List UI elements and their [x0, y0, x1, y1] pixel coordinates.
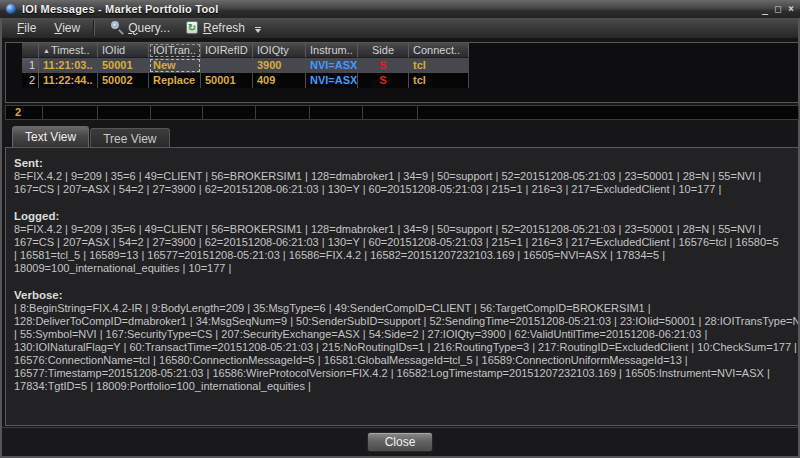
table-header-row: ▲Timest.. IOIid IOITran.. IOIRefID IOIQt…: [22, 43, 469, 58]
ioi-table: ▲Timest.. IOIid IOITran.. IOIRefID IOIQt…: [5, 42, 799, 103]
refresh-button[interactable]: ↻ Refresh: [178, 19, 253, 38]
fix-message-line: | 16581=tcl_5 | 16589=13 | 16577=2015120…: [14, 249, 790, 262]
menu-bar: File View Query... ↻ Refresh: [2, 18, 798, 39]
menu-file[interactable]: File: [8, 19, 45, 38]
column-header-timestamp[interactable]: ▲Timest..: [39, 43, 98, 58]
refresh-icon: ↻: [186, 21, 198, 34]
cell-ioirefid[interactable]: 50001: [201, 73, 253, 88]
column-header-ioirefid[interactable]: IOIRefID: [201, 43, 253, 58]
fix-message-line: | 8:BeginString=FIX.4.2-IR | 9:BodyLengt…: [14, 302, 790, 315]
close-icon[interactable]: ×: [788, 3, 794, 15]
title-bar: IOI Messages - Market Portfolio Tool _ □…: [0, 0, 800, 18]
logged-heading: Logged:: [14, 210, 790, 223]
footer-bar: Close: [2, 427, 798, 456]
cell-ioirefid[interactable]: [201, 58, 253, 73]
record-count: 2: [6, 106, 43, 119]
cell-timestamp[interactable]: 11:21:03..: [39, 58, 98, 73]
column-header-ioiid[interactable]: IOIid: [98, 43, 149, 58]
window-title: IOI Messages - Market Portfolio Tool: [22, 3, 218, 15]
cell-ioiid[interactable]: 50002: [98, 73, 149, 88]
cell-ioiid[interactable]: 50001: [98, 58, 149, 73]
verbose-heading: Verbose:: [14, 289, 790, 302]
tab-tree-view[interactable]: Tree View: [90, 128, 169, 147]
record-count-row: 2: [5, 105, 799, 120]
row-number: 1: [22, 58, 39, 73]
column-header-instrument[interactable]: Instrum..: [306, 43, 358, 58]
cell-ioiqty[interactable]: 409: [253, 73, 306, 88]
query-button-label: Query...: [128, 21, 170, 35]
search-icon: [110, 21, 123, 34]
query-button[interactable]: Query...: [102, 19, 178, 38]
fix-message-line: | 55:Symbol=NVI | 167:SecurityType=CS | …: [14, 328, 790, 341]
row-number-header: [22, 43, 39, 58]
fix-message-line: 8=FIX.4.2 | 9=209 | 35=6 | 49=CLIENT | 5…: [14, 170, 790, 183]
column-header-ioiqty[interactable]: IOIQty: [253, 43, 306, 58]
table-row[interactable]: 2 11:22:44.. 50002 Replace 50001 409 NVI…: [22, 73, 469, 88]
cell-instrument[interactable]: NVI=ASX: [306, 73, 358, 88]
app-icon: [6, 4, 16, 14]
cell-ioitranstype[interactable]: New: [149, 58, 201, 73]
fix-message-line: 167=CS | 207=ASX | 54=2 | 27=3900 | 62=2…: [14, 236, 790, 249]
text-view-panel: Sent: 8=FIX.4.2 | 9=209 | 35=6 | 49=CLIE…: [5, 147, 799, 426]
sort-ascending-icon: ▲: [43, 47, 50, 54]
column-header-side[interactable]: Side: [358, 43, 409, 58]
fix-message-line: 17834:TgtID=5 | 18009:Portfolio=100_inte…: [14, 380, 790, 393]
cell-side[interactable]: S: [358, 73, 409, 88]
cell-timestamp[interactable]: 11:22:44..: [39, 73, 98, 88]
row-number: 2: [22, 73, 39, 88]
logged-section: Logged: 8=FIX.4.2 | 9=209 | 35=6 | 49=CL…: [14, 210, 790, 275]
view-tabs: Text View Tree View: [12, 126, 171, 147]
fix-message-line: 16576:ConnectionName=tcl | 16580:Connect…: [14, 354, 790, 367]
fix-message-line: 128:DeliverToCompID=dmabroker1 | 34:MsgS…: [14, 315, 790, 328]
refresh-button-label: Refresh: [203, 21, 245, 35]
cell-side[interactable]: S: [358, 58, 409, 73]
cell-connection[interactable]: tcl: [409, 58, 469, 73]
toolbar-separator: [93, 20, 95, 36]
column-header-connection[interactable]: Connect..: [409, 43, 469, 58]
app-window: IOI Messages - Market Portfolio Tool _ □…: [0, 0, 800, 458]
cell-connection[interactable]: tcl: [409, 73, 469, 88]
maximize-icon[interactable]: □: [775, 3, 781, 15]
sent-heading: Sent:: [14, 157, 790, 170]
column-header-ioitranstype[interactable]: IOITran..: [149, 43, 201, 58]
minimize-icon[interactable]: _: [762, 3, 768, 15]
cell-instrument[interactable]: NVI=ASX: [306, 58, 358, 73]
fix-message-line: 130:IOINaturalFlag=Y | 60:TransactTime=2…: [14, 341, 790, 354]
fix-message-line: 16577:Timestamp=20151208-05:21:03 | 1658…: [14, 367, 790, 380]
menu-view[interactable]: View: [45, 19, 89, 38]
tab-text-view[interactable]: Text View: [12, 126, 89, 147]
table-row[interactable]: 1 11:21:03.. 50001 New 3900 NVI=ASX S tc…: [22, 58, 469, 73]
toolbar-overflow-chevron-icon[interactable]: [255, 23, 261, 33]
cell-ioiqty[interactable]: 3900: [253, 58, 306, 73]
cell-ioitranstype[interactable]: Replace: [149, 73, 201, 88]
close-button[interactable]: Close: [367, 432, 433, 452]
fix-message-line: 8=FIX.4.2 | 9=209 | 35=6 | 49=CLIENT | 5…: [14, 223, 790, 236]
verbose-section: Verbose: | 8:BeginString=FIX.4.2-IR | 9:…: [14, 289, 790, 393]
fix-message-line: 18009=100_international_equities | 10=17…: [14, 262, 790, 275]
fix-message-line: 167=CS | 207=ASX | 54=2 | 27=3900 | 62=2…: [14, 183, 790, 196]
sent-section: Sent: 8=FIX.4.2 | 9=209 | 35=6 | 49=CLIE…: [14, 157, 790, 196]
